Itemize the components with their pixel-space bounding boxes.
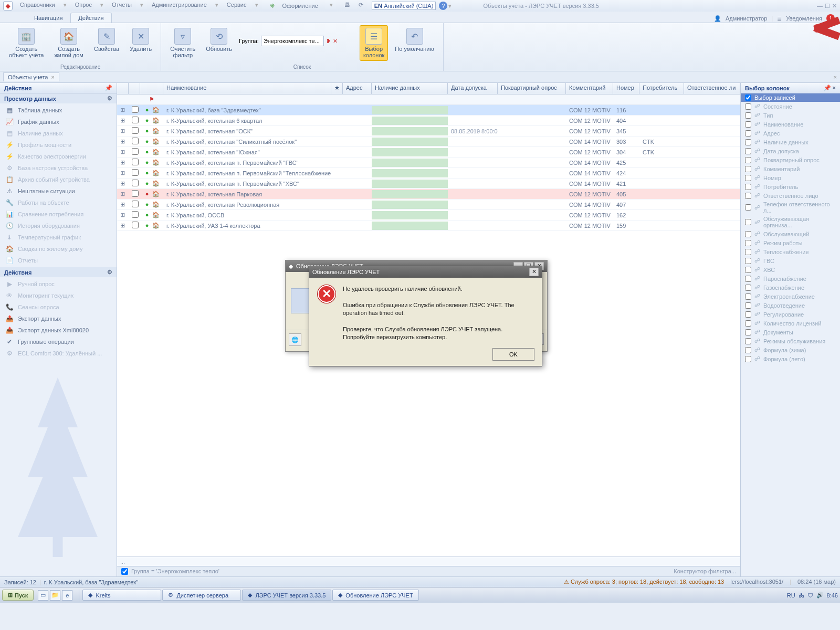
start-button[interactable]: ⊞Пуск	[2, 590, 34, 601]
col-address[interactable]: Адрес	[343, 83, 372, 94]
col-consumer[interactable]: Потребитель	[639, 83, 684, 94]
gear-icon[interactable]: ⚙	[107, 269, 112, 276]
left-item[interactable]: 📤Экспорт данных Xml80020	[0, 324, 117, 336]
col-item[interactable]: ☍Обслуживающая организа...	[741, 215, 840, 229]
col-item[interactable]: ☍Электроснабжение	[741, 292, 840, 301]
table-row[interactable]: ⊞ ● 🏠 г. К-Уральский, котельная "Южная" …	[117, 147, 740, 158]
col-resp[interactable]: Ответственное ли	[684, 83, 740, 94]
left-item[interactable]: ⚡Качество электроэнергии	[0, 151, 117, 162]
col-checkbox[interactable]	[745, 338, 751, 344]
dialog-close-icon[interactable]: ✕	[529, 268, 539, 276]
minimize-icon[interactable]: —	[817, 3, 823, 9]
col-fav[interactable]: ★	[331, 83, 343, 94]
heart-icon[interactable]: ❥	[326, 38, 331, 45]
pin-icon[interactable]: 📌	[105, 85, 112, 91]
left-item[interactable]: ⚙База настроек устройства	[0, 162, 117, 174]
col-checkbox[interactable]	[745, 112, 751, 119]
left-item[interactable]: ✔Групповые операции	[0, 336, 117, 348]
tab-navigation[interactable]: Навигация	[26, 13, 70, 23]
taskbar-button[interactable]: ◆ЛЭРС УЧЕТ версия 3.33.5	[242, 590, 331, 601]
table-row[interactable]: ⊞ ● 🏠 г. К-Уральский, котельная п. Перво…	[117, 168, 740, 178]
col-checkbox[interactable]	[745, 320, 751, 327]
table-row[interactable]: ⊞ ● 🏠 г. К-Уральский, УАЗ 1-4 коллектора…	[117, 220, 740, 231]
table-row[interactable]: ⊞ ● 🏠 г. К-Уральский, котельная Революци…	[117, 200, 740, 210]
col-item[interactable]: ☍Обслуживающий	[741, 229, 840, 238]
menu-poll[interactable]: Опрос	[72, 1, 95, 12]
tray-net-icon[interactable]: 🖧	[799, 592, 804, 598]
left-item[interactable]: ⚡Профиль мощности	[0, 139, 117, 151]
left-item[interactable]: 🕓История оборудования	[0, 220, 117, 232]
tab-close-icon[interactable]: ×	[51, 74, 54, 80]
col-checkbox[interactable]	[745, 347, 751, 353]
col-item[interactable]: ☍ГВС	[741, 256, 840, 265]
table-row[interactable]: ⊞ ● 🏠 г. К-Уральский, котельная Парковая…	[117, 189, 740, 200]
left-item[interactable]: 📄Отчеты	[0, 255, 117, 266]
col-item[interactable]: ☍Поквартирный опрос	[741, 155, 840, 164]
ql-ie-icon[interactable]: e	[62, 590, 72, 601]
filter-checkbox[interactable]	[121, 568, 128, 575]
left-item[interactable]: 📈График данных	[0, 116, 117, 128]
col-item[interactable]: ☍Пароснабжение	[741, 274, 840, 283]
column-select-button[interactable]: ☰Выбор колонок	[360, 25, 388, 61]
expand-icon[interactable]: ⊞	[120, 138, 125, 144]
col-poll[interactable]: Поквартирный опрос	[498, 83, 566, 94]
gear-icon[interactable]: ⚙	[107, 95, 112, 102]
col-checkbox[interactable]	[745, 103, 751, 110]
col-checkbox[interactable]	[745, 267, 751, 273]
left-item[interactable]: 🔧Работы на объекте	[0, 197, 117, 208]
menu-references[interactable]: Справочники	[17, 1, 58, 12]
col-item[interactable]: ☍Дата допуска	[741, 146, 840, 155]
table-row[interactable]: ⊞ ● 🏠 г. К-Уральский, база "Здравмедтех"…	[117, 105, 740, 116]
taskbar-button[interactable]: ⚙Диспетчер сервера	[162, 590, 241, 601]
create-house-button[interactable]: 🏠Создать жилой дом	[50, 25, 87, 61]
table-row[interactable]: ⊞ ● 🏠 г. К-Уральский, котельная "ОСК" 08…	[117, 126, 740, 136]
doc-tab-objects[interactable]: Объекты учета×	[3, 72, 59, 81]
left-item[interactable]: ▶Ручной опрос	[0, 278, 117, 290]
left-item[interactable]: 📞Сеансы опроса	[0, 301, 117, 313]
col-item-selection[interactable]: Выбор записей	[741, 93, 840, 102]
taskbar-button[interactable]: ◆Обновление ЛЭРС УЧЕТ	[332, 590, 418, 601]
expand-icon[interactable]: ⊞	[120, 170, 125, 176]
filter-builder-link[interactable]: Конструктор фильтра...	[674, 568, 736, 575]
col-icons[interactable]	[140, 83, 163, 94]
col-item[interactable]: ☍Режим работы	[741, 238, 840, 247]
delete-button[interactable]: ✕Удалить	[126, 25, 155, 55]
col-checkbox[interactable]	[745, 139, 751, 145]
dropdown-icon[interactable]: ▾	[448, 3, 452, 9]
col-num[interactable]: Номер	[613, 83, 639, 94]
col-item[interactable]: ☍Регулирование	[741, 310, 840, 319]
col-item[interactable]: ☍Состояние	[741, 102, 840, 111]
table-row[interactable]: ⊞ ● 🏠 г. К-Уральский, котельная п. Перво…	[117, 158, 740, 168]
left-item[interactable]: 🌡Температурный график	[0, 232, 117, 243]
ql-desktop-icon[interactable]: ▭	[38, 590, 48, 601]
col-item[interactable]: ☍Теплоснабжение	[741, 247, 840, 256]
col-checkbox[interactable]	[745, 130, 751, 136]
col-item[interactable]: ☍Тип	[741, 111, 840, 120]
user-label[interactable]: Администратор	[726, 15, 767, 22]
col-checkbox[interactable]	[745, 157, 751, 163]
table-row[interactable]: ⊞ ● 🏠 г. К-Уральский, ОССВ COM 12 MOTIV …	[117, 210, 740, 220]
col-item[interactable]: ☍Документы	[741, 328, 840, 337]
col-item[interactable]: ☍Наименование	[741, 120, 840, 129]
col-checkbox[interactable]	[745, 258, 751, 264]
row-checkbox[interactable]	[132, 190, 139, 197]
col-checkbox[interactable]	[745, 285, 751, 291]
tabs-close-all-icon[interactable]: ×	[834, 74, 837, 80]
col-checkbox[interactable]	[745, 311, 751, 318]
col-checkbox[interactable]	[745, 276, 751, 282]
col-checkbox[interactable]	[745, 166, 751, 172]
table-row[interactable]: ⊞ ● 🏠 г. К-Уральский, котельная "Силикат…	[117, 136, 740, 147]
col-item[interactable]: ☍Формула (лето)	[741, 354, 840, 363]
row-checkbox[interactable]	[132, 211, 139, 218]
col-checkbox[interactable]	[745, 184, 751, 190]
col-name[interactable]: Наименование	[163, 83, 331, 94]
row-checkbox[interactable]	[132, 127, 139, 134]
left-item[interactable]: 📤Экспорт данных	[0, 313, 117, 324]
expand-icon[interactable]: ⊞	[120, 180, 125, 186]
col-checkbox[interactable]	[745, 193, 751, 199]
expand-icon[interactable]: ⊞	[120, 222, 125, 228]
default-button[interactable]: ↶По умолчанию	[391, 25, 437, 55]
group-input[interactable]	[261, 36, 324, 46]
menu-service[interactable]: Сервис	[224, 1, 250, 12]
col-check[interactable]	[129, 83, 140, 94]
